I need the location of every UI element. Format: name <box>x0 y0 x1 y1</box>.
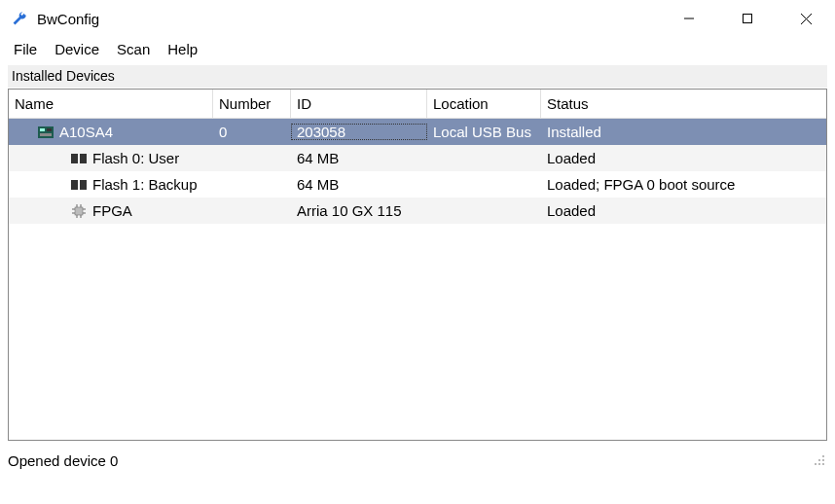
resize-grip-icon[interactable] <box>812 452 827 468</box>
cell-name: FPGA <box>9 202 213 219</box>
svg-rect-7 <box>40 133 52 136</box>
cell-location: Local USB Bus <box>427 124 541 140</box>
svg-rect-5 <box>40 128 45 131</box>
cell-name: Flash 0: User <box>9 150 213 166</box>
row-name-label: FPGA <box>92 202 132 219</box>
cell-name: A10SA4 <box>9 124 213 140</box>
flash-icon <box>71 152 87 165</box>
table-row[interactable]: A10SA40203058Local USB BusInstalled <box>9 119 826 145</box>
group-label: Installed Devices <box>8 65 827 89</box>
svg-rect-12 <box>75 207 83 215</box>
minimize-button[interactable] <box>660 0 718 37</box>
menubar: File Device Scan Help <box>0 37 835 65</box>
column-header-number[interactable]: Number <box>213 90 291 118</box>
column-header-location[interactable]: Location <box>427 90 541 118</box>
table-body: A10SA40203058Local USB BusInstalledFlash… <box>9 119 826 440</box>
table-header: Name Number ID Location Status <box>9 90 826 119</box>
svg-rect-9 <box>80 154 87 163</box>
svg-rect-4 <box>38 126 54 138</box>
menu-scan[interactable]: Scan <box>109 39 158 59</box>
cell-status: Loaded <box>541 202 826 219</box>
svg-point-22 <box>818 459 820 461</box>
table-row[interactable]: Flash 0: User64 MBLoaded <box>9 145 826 171</box>
row-name-label: Flash 1: Backup <box>92 176 198 193</box>
flash-icon <box>71 178 87 192</box>
cell-status: Loaded <box>541 150 826 166</box>
wrench-icon <box>10 9 29 28</box>
svg-rect-10 <box>71 180 78 190</box>
svg-point-24 <box>815 463 817 465</box>
cell-number: 0 <box>213 124 291 140</box>
titlebar: BwConfig <box>0 0 835 37</box>
cell-id: 203058 <box>291 124 427 140</box>
svg-rect-6 <box>47 128 52 131</box>
menu-device[interactable]: Device <box>47 39 107 59</box>
svg-rect-11 <box>80 180 87 190</box>
table-row[interactable]: FPGAArria 10 GX 115Loaded <box>9 198 826 224</box>
cell-name: Flash 1: Backup <box>9 176 213 193</box>
chip-icon <box>71 204 87 218</box>
cell-id: Arria 10 GX 115 <box>291 202 427 219</box>
row-name-label: A10SA4 <box>59 124 113 140</box>
svg-point-25 <box>818 463 820 465</box>
row-name-label: Flash 0: User <box>92 150 179 166</box>
cell-status: Loaded; FPGA 0 boot source <box>541 176 826 193</box>
maximize-button[interactable] <box>718 0 777 37</box>
svg-rect-8 <box>71 154 78 163</box>
cell-id: 64 MB <box>291 150 427 166</box>
statusbar: Opened device 0 <box>0 445 835 472</box>
cell-status: Installed <box>541 124 826 140</box>
svg-point-21 <box>822 455 824 457</box>
window-controls <box>660 0 835 37</box>
column-header-name[interactable]: Name <box>9 90 213 118</box>
device-table: Name Number ID Location Status A10SA4020… <box>8 89 827 441</box>
statusbar-text: Opened device 0 <box>8 452 118 469</box>
svg-point-23 <box>822 459 824 461</box>
board-icon <box>38 126 54 139</box>
svg-point-26 <box>822 463 824 465</box>
svg-rect-1 <box>744 15 752 23</box>
table-row[interactable]: Flash 1: Backup64 MBLoaded; FPGA 0 boot … <box>9 171 826 198</box>
close-button[interactable] <box>777 0 835 37</box>
app-title: BwConfig <box>37 11 99 27</box>
menu-help[interactable]: Help <box>160 39 205 59</box>
column-header-id[interactable]: ID <box>291 90 427 118</box>
cell-id: 64 MB <box>291 176 427 193</box>
menu-file[interactable]: File <box>6 39 45 59</box>
column-header-status[interactable]: Status <box>541 90 826 118</box>
